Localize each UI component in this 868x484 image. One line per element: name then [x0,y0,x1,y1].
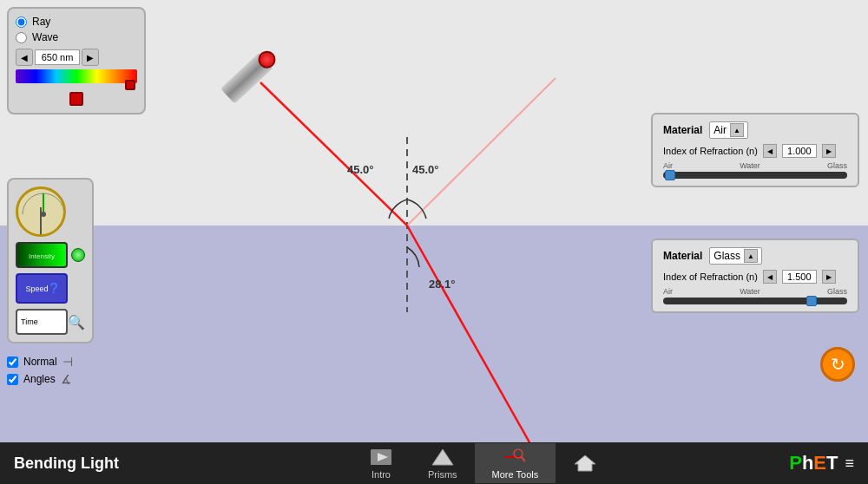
material-dropdown-arrow-top[interactable]: ▲ [730,123,744,137]
material-header-top: Material Air ▲ [663,121,847,139]
normal-label: Normal [23,356,57,368]
ior-decrease-top[interactable]: ◀ [763,144,777,158]
bottom-nav: Bending Light Intro Prisms [0,442,868,484]
slider-labels-bottom: Air Water Glass [663,287,847,296]
color-swatch [69,92,83,106]
intro-icon [369,447,393,468]
time-btn[interactable]: Time [16,309,68,335]
intensity-btn[interactable]: Intensity [16,242,68,268]
time-label: Time [21,317,38,326]
slider-mid-top: Water [740,161,760,170]
tab-intro[interactable]: Intro [352,443,411,483]
tools-panel: Intensity Speed ? Time 🔍 [7,178,94,343]
speed-tool-row: Speed ? [16,273,85,304]
slider-thumb-top[interactable] [665,170,675,180]
material-panel-bottom: Material Glass ▲ Index of Refraction (n)… [651,239,859,313]
phet-e: E [813,452,826,474]
phet-h: h [802,452,813,474]
slider-max-top: Glass [827,161,847,170]
wavelength-increase-btn[interactable]: ▶ [82,49,99,66]
angles-checkbox-row: Angles ∡ [7,372,73,386]
ior-label-top: Index of Refraction (n) [663,146,758,156]
incident-angle-label: 45.0° [347,163,374,176]
ior-increase-top[interactable]: ▶ [822,144,836,158]
angles-checkbox[interactable] [7,374,18,385]
slider-max-bottom: Glass [827,287,847,296]
spectrum-bar[interactable] [16,69,137,83]
material-value-top: Air [713,124,727,136]
slider-track-bottom[interactable] [663,298,847,304]
protractor[interactable] [16,186,66,237]
slider-track-top[interactable] [663,172,847,179]
prisms-icon [431,447,455,468]
svg-line-11 [521,456,525,461]
ior-row-bottom: Index of Refraction (n) ◀ 1.500 ▶ [663,270,847,284]
ior-slider-bottom: Air Water Glass [663,287,847,304]
tab-more-tools-label: More Tools [492,469,539,480]
slider-thumb-bottom[interactable] [806,296,817,306]
intensity-label: Intensity [17,244,66,270]
more-tools-icon [503,447,527,468]
speed-label: Speed [26,285,49,293]
tab-intro-label: Intro [372,469,391,480]
ior-value-top: 1.000 [782,144,817,158]
speed-btn[interactable]: Speed ? [16,273,68,304]
ior-label-bottom: Index of Refraction (n) [663,271,758,282]
svg-marker-12 [575,455,595,471]
wave-option[interactable]: Wave [16,31,137,43]
protractor-row [16,186,85,237]
material-header-bottom: Material Glass ▲ [663,247,847,265]
material-value-bottom: Glass [713,250,740,262]
spectrum-indicator [125,80,135,90]
simulation-area: 45.0° 45.0° 28.1° Ray Wave ◀ 650 nm ▶ [0,0,868,442]
ray-label: Ray [32,16,50,28]
menu-icon[interactable]: ≡ [845,455,854,473]
time-tool-row: Time 🔍 [16,309,85,335]
checkboxes-panel: Normal ⊣ Angles ∡ [7,355,73,386]
ior-value-bottom: 1.500 [782,270,817,284]
svg-marker-8 [432,449,453,465]
ior-slider-top: Air Water Glass [663,161,847,179]
app-title: Bending Light [0,455,191,473]
wave-radio[interactable] [16,32,27,43]
home-icon [573,453,597,474]
material-select-bottom[interactable]: Glass ▲ [709,247,762,265]
angles-label: Angles [23,373,56,385]
ior-row-top: Index of Refraction (n) ◀ 1.000 ▶ [663,144,847,158]
normal-checkbox[interactable] [7,356,18,368]
tab-more-tools[interactable]: More Tools [475,443,556,483]
wavelength-control: ◀ 650 nm ▶ [16,49,137,66]
phet-logo: PhET ≡ [775,452,868,474]
material-label-bottom: Material [663,250,702,262]
tab-prisms[interactable]: Prisms [411,443,475,483]
material-label-top: Material [663,124,702,136]
ray-option[interactable]: Ray [16,16,137,28]
nav-tabs: Intro Prisms More Tools [191,443,775,483]
material-dropdown-arrow-bottom[interactable]: ▲ [744,249,758,263]
tab-home[interactable] [556,449,615,477]
slider-labels-top: Air Water Glass [663,161,847,170]
refresh-button[interactable]: ↻ [820,347,855,382]
wave-label: Wave [32,31,58,43]
wavelength-value: 650 nm [35,49,80,65]
angles-icon: ∡ [61,372,72,386]
phet-t: T [826,452,838,474]
intensity-tool-row: Intensity [16,242,85,268]
material-select-top[interactable]: Air ▲ [709,121,748,139]
slider-min-top: Air [663,161,673,170]
phet-p: P [789,452,802,474]
wavelength-decrease-btn[interactable]: ◀ [16,49,33,66]
ray-wave-panel: Ray Wave ◀ 650 nm ▶ [7,7,146,114]
phet-text: PhET [789,452,838,474]
tab-prisms-label: Prisms [428,469,457,480]
ior-decrease-bottom[interactable]: ◀ [763,270,777,284]
reflected-angle-label: 45.0° [412,163,439,176]
time-person-icon: 🔍 [68,314,85,330]
ray-radio[interactable] [16,16,27,28]
ior-increase-bottom[interactable]: ▶ [822,270,836,284]
normal-icon: ⊣ [62,355,73,369]
material-panel-top: Material Air ▲ Index of Refraction (n) ◀… [651,113,859,187]
speed-icon: ? [50,281,58,297]
person-icon [71,248,85,262]
refracted-angle-label: 28.1° [429,278,456,291]
